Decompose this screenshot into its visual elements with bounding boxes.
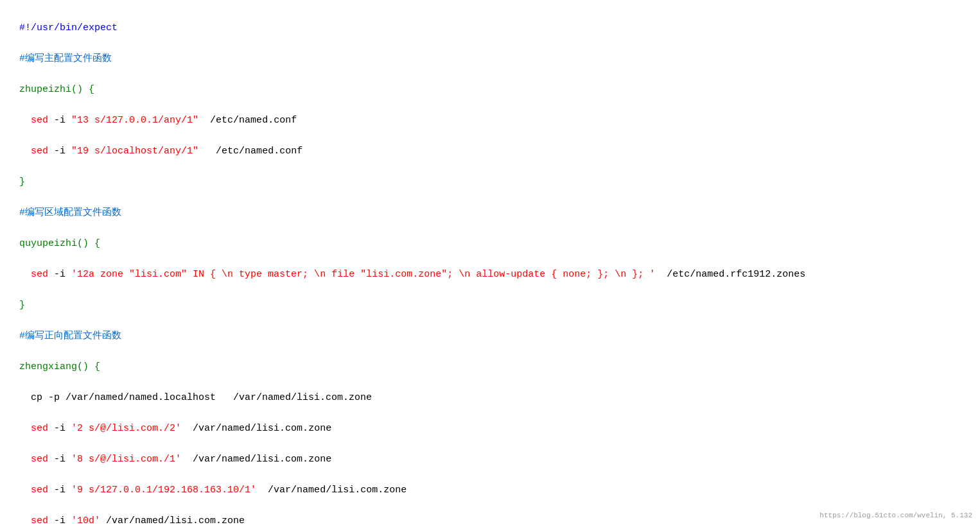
line-func2: quyupeizhi() {	[19, 238, 100, 249]
line-brace2: }	[19, 300, 25, 311]
line-sed5: sed -i '8 s/@/lisi.com./1' /var/named/li…	[19, 454, 331, 465]
line-sed4: sed -i '2 s/@/lisi.com./2' /var/named/li…	[19, 423, 331, 434]
line-shebang: #!/usr/bin/expect	[19, 22, 118, 33]
line-func3: zhengxiang() {	[19, 361, 100, 372]
line-sed1: sed -i "13 s/127.0.0.1/any/1" /etc/named…	[19, 115, 297, 126]
line-cp: cp -p /var/named/named.localhost /var/na…	[19, 392, 372, 403]
line-sed6: sed -i '9 s/127.0.0.1/192.168.163.10/1' …	[19, 485, 407, 496]
code-display: #!/usr/bin/expect #编写主配置文件函数 zhupeizhi()…	[8, 5, 972, 527]
line-func1: zhupeizhi() {	[19, 84, 94, 95]
line-brace1: }	[19, 177, 25, 187]
line-sed7: sed -i '10d' /var/named/lisi.com.zone	[19, 515, 245, 526]
watermark: https://blog.51cto.com/wvelin, 5.132	[819, 510, 972, 522]
line-comment2: #编写区域配置文件函数	[19, 207, 121, 218]
line-sed3: sed -i '12a zone "lisi.com" IN { \n type…	[19, 269, 805, 280]
line-comment1: #编写主配置文件函数	[19, 53, 112, 64]
line-comment3: #编写正向配置文件函数	[19, 331, 121, 341]
line-sed2: sed -i "19 s/localhost/any/1" /etc/named…	[19, 146, 302, 157]
